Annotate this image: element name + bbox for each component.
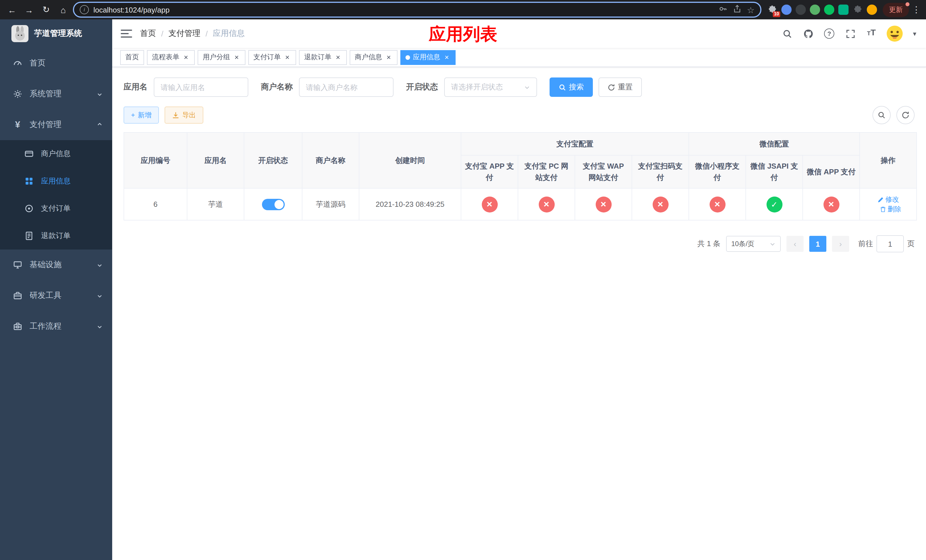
sidebar-item-app-info[interactable]: 应用信息 [0, 168, 112, 195]
tab-user-group[interactable]: 用户分组× [198, 50, 245, 65]
sidebar-item-workflow[interactable]: 工作流程 [0, 311, 112, 342]
close-icon[interactable]: × [385, 53, 392, 61]
search-icon[interactable] [781, 27, 793, 40]
sidebar-item-dev-tools[interactable]: 研发工具 [0, 280, 112, 311]
extension-icon[interactable] [838, 5, 849, 15]
pagination-prev-button[interactable]: ‹ [787, 236, 803, 252]
browser-refresh-button[interactable]: ↻ [39, 2, 53, 17]
breadcrumb-home[interactable]: 首页 [140, 29, 156, 39]
status-toggle[interactable] [262, 198, 284, 210]
tags-view-bar: 首页 流程表单× 用户分组× 支付订单× 退款订单× 商户信息× 应用信息× [112, 48, 926, 67]
page-content: 应用名 商户名称 开启状态 请选择开启状态 [112, 67, 926, 560]
tab-process-form[interactable]: 流程表单× [147, 50, 195, 65]
close-icon[interactable]: × [284, 53, 291, 61]
tab-home[interactable]: 首页 [120, 50, 144, 65]
sidebar-item-system[interactable]: 系统管理 [0, 79, 112, 109]
sidebar-item-pay-order[interactable]: 支付订单 [0, 195, 112, 222]
col-header-wechat-lite: 微信小程序支付 [689, 155, 746, 188]
breadcrumb-payment[interactable]: 支付管理 [169, 29, 200, 39]
sidebar-item-infrastructure[interactable]: 基础设施 [0, 250, 112, 280]
col-header-created: 创建时间 [359, 132, 461, 188]
merchant-name-input[interactable] [299, 77, 393, 97]
browser-forward-button[interactable]: → [22, 2, 36, 17]
update-notification-dot [905, 2, 909, 6]
font-size-icon[interactable]: TT [865, 27, 878, 40]
password-key-icon[interactable] [719, 4, 727, 15]
reset-button-label: 重置 [618, 82, 633, 92]
reset-button[interactable]: 重置 [599, 77, 642, 97]
search-button[interactable]: 搜索 [549, 77, 593, 97]
grid-icon [24, 176, 34, 186]
col-header-wechat-jsapi: 微信 JSAPI 支付 [746, 155, 803, 188]
pagination: 共 1 条 10条/页 ‹ 1 › 前往 页 [124, 235, 915, 252]
sidebar-item-label: 应用信息 [41, 176, 71, 186]
col-header-app-name: 应用名 [187, 132, 244, 188]
close-icon[interactable]: × [334, 53, 342, 61]
site-info-icon[interactable]: i [80, 5, 89, 14]
github-icon[interactable] [802, 27, 814, 40]
page-unit-label: 页 [907, 239, 915, 249]
extension-icon[interactable] [867, 5, 877, 15]
fullscreen-icon[interactable] [844, 27, 856, 40]
export-button[interactable]: 导出 [165, 106, 203, 124]
extension-icon[interactable] [810, 5, 820, 15]
browser-home-button[interactable]: ⌂ [56, 2, 71, 17]
alipay-app-status-icon [481, 196, 498, 212]
sidebar-item-payment[interactable]: ¥ 支付管理 [0, 109, 112, 140]
sidebar-toggle-button[interactable] [121, 29, 132, 38]
page-size-select[interactable]: 10条/页 [726, 236, 781, 252]
browser-update-button[interactable]: 更新 [883, 3, 909, 17]
browser-menu-icon[interactable]: ⋮ [911, 5, 921, 15]
pagination-page-1[interactable]: 1 [809, 236, 826, 252]
sidebar-item-home[interactable]: 首页 [0, 48, 112, 79]
alipay-pc-status-icon [539, 196, 554, 212]
tab-refund-order[interactable]: 退款订单× [299, 50, 347, 65]
payment-submenu: 商户信息 应用信息 支付订单 退款订单 [0, 140, 112, 250]
order-icon [24, 203, 34, 213]
tab-label: 退款订单 [304, 52, 331, 62]
tab-merchant-info[interactable]: 商户信息× [350, 50, 398, 65]
close-icon[interactable]: × [182, 53, 190, 61]
tab-pay-order[interactable]: 支付订单× [248, 50, 296, 65]
close-icon[interactable]: × [233, 53, 240, 61]
extensions-menu-icon[interactable]: 10 [767, 5, 777, 15]
browser-back-button[interactable]: ← [5, 2, 20, 17]
table-row: 6 芋道 芋道源码 2021-10-23 08:49:25 [124, 188, 917, 220]
share-icon[interactable] [733, 4, 741, 15]
help-icon[interactable]: ? [823, 27, 835, 40]
add-button-label: 新增 [138, 110, 151, 120]
edit-label: 修改 [885, 195, 899, 204]
sidebar-item-label: 商户信息 [41, 149, 71, 159]
sidebar-item-refund-order[interactable]: 退款订单 [0, 222, 112, 250]
user-menu-caret-icon[interactable]: ▼ [912, 30, 917, 37]
edit-link[interactable]: 修改 [877, 195, 899, 204]
goto-page-input[interactable] [876, 235, 904, 252]
delete-link[interactable]: 删除 [879, 204, 901, 214]
sidebar-item-label: 支付订单 [41, 203, 71, 213]
chevron-down-icon [96, 262, 103, 268]
document-icon [24, 231, 34, 241]
refresh-table-button[interactable] [896, 106, 915, 124]
filter-form: 应用名 商户名称 开启状态 请选择开启状态 [124, 77, 915, 97]
download-icon [172, 111, 179, 119]
app-name-label: 应用名 [124, 82, 147, 92]
add-button[interactable]: + 新增 [124, 106, 159, 124]
user-avatar[interactable] [886, 25, 903, 42]
extension-icon[interactable] [853, 5, 863, 15]
app-name-input[interactable] [154, 77, 248, 97]
sidebar-item-merchant-info[interactable]: 商户信息 [0, 140, 112, 168]
status-select[interactable]: 请选择开启状态 [444, 77, 537, 97]
extension-icon[interactable] [824, 5, 834, 15]
toggle-search-button[interactable] [873, 106, 891, 124]
bookmark-star-icon[interactable]: ☆ [747, 5, 755, 14]
tab-app-info[interactable]: 应用信息× [400, 50, 455, 65]
col-header-alipay-qr: 支付宝扫码支付 [632, 155, 689, 188]
pagination-next-button[interactable]: › [832, 236, 849, 252]
close-icon[interactable]: × [443, 53, 451, 61]
app-logo [11, 25, 29, 42]
address-bar[interactable]: i localhost:1024/pay/app ☆ [73, 2, 761, 18]
chevron-down-icon [769, 241, 776, 247]
extension-icon[interactable] [796, 5, 806, 15]
yen-icon: ¥ [12, 120, 23, 130]
extension-icon[interactable] [781, 5, 791, 15]
